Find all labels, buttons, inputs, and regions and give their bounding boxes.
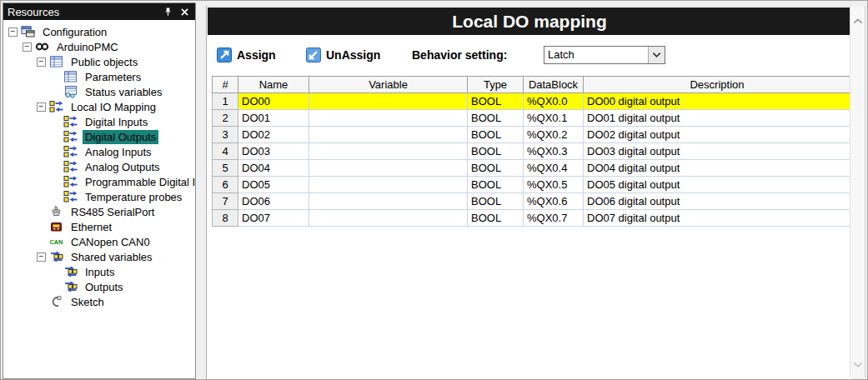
resources-tree: −Configuration−ArduinoPMC−Public objects… — [3, 21, 195, 378]
tree-item-programmable-digital-i-o[interactable]: Programmable Digital I/O — [3, 174, 195, 189]
tree-expander-icon[interactable]: − — [37, 102, 46, 112]
tree-item-status-variables[interactable]: Status variables — [3, 84, 195, 99]
cell-type[interactable]: BOOL — [468, 177, 524, 193]
cell-num[interactable]: 1 — [213, 93, 238, 110]
assign-button[interactable]: Assign — [217, 45, 276, 65]
close-icon[interactable] — [178, 6, 191, 18]
table-row[interactable]: 8DO07BOOL%QX0.7DO07 digital output — [213, 210, 851, 227]
behavior-setting-select[interactable]: Latch — [544, 46, 665, 64]
cell-variable[interactable] — [309, 93, 468, 110]
table-row[interactable]: 7DO06BOOL%QX0.6DO06 digital output — [213, 193, 851, 210]
cell-datablock[interactable]: %QX0.6 — [524, 193, 584, 210]
cell-datablock[interactable]: %QX0.1 — [524, 110, 584, 127]
tree-item-temperature-probes[interactable]: Temperature probes — [3, 189, 195, 204]
cell-type[interactable]: BOOL — [468, 143, 524, 160]
cell-variable[interactable] — [309, 210, 468, 227]
cell-num[interactable]: 5 — [213, 160, 238, 177]
tree-item-sketch[interactable]: Sketch — [3, 294, 195, 309]
column-header-type: Type — [468, 77, 524, 93]
cell-variable[interactable] — [309, 127, 468, 143]
cell-datablock[interactable]: %QX0.0 — [524, 93, 584, 110]
cell-name[interactable]: DO01 — [238, 110, 309, 127]
tree-item-shared-variables[interactable]: −Shared variables — [3, 249, 195, 264]
scroll-down-button[interactable] — [850, 356, 865, 372]
tree-item-canopen-can0[interactable]: CANCANopen CAN0 — [3, 234, 195, 249]
cell-datablock[interactable]: %QX0.2 — [524, 127, 584, 143]
cell-datablock[interactable]: %QX0.5 — [524, 177, 584, 193]
cell-variable[interactable] — [309, 143, 468, 160]
table-row[interactable]: 1DO00BOOL%QX0.0DO00 digital output — [213, 93, 851, 110]
table-row[interactable]: 5DO04BOOL%QX0.4DO04 digital output — [213, 160, 851, 177]
cell-type[interactable]: BOOL — [468, 110, 524, 127]
pin-icon[interactable] — [161, 6, 174, 18]
cell-datablock[interactable]: %QX0.4 — [524, 160, 584, 177]
tree-item-arduinopmc[interactable]: −ArduinoPMC — [3, 39, 195, 54]
tree-expander-icon[interactable]: − — [37, 252, 46, 262]
table-row[interactable]: 3DO02BOOL%QX0.2DO02 digital output — [213, 127, 851, 143]
tree-item-parameters[interactable]: Parameters — [3, 69, 195, 84]
cell-type[interactable]: BOOL — [468, 93, 524, 110]
cell-type[interactable]: BOOL — [468, 193, 524, 210]
cell-num[interactable]: 4 — [213, 143, 238, 160]
tree-item-digital-outputs[interactable]: Digital Outputs — [3, 129, 195, 144]
cell-description[interactable]: DO05 digital output — [584, 177, 851, 193]
tree-item-inputs[interactable]: Inputs — [3, 264, 195, 279]
shared-vars-icon — [63, 280, 79, 293]
cell-datablock[interactable]: %QX0.3 — [524, 143, 584, 160]
tree-item-analog-outputs[interactable]: Analog Outputs — [3, 159, 195, 174]
cell-name[interactable]: DO00 — [238, 93, 309, 110]
cell-datablock[interactable]: %QX0.7 — [524, 210, 584, 227]
table-row[interactable]: 6DO05BOOL%QX0.5DO05 digital output — [213, 177, 851, 193]
tree-expander-icon[interactable]: − — [23, 42, 32, 52]
cell-num[interactable]: 6 — [213, 177, 238, 193]
cell-description[interactable]: DO07 digital output — [584, 210, 851, 227]
cell-description[interactable]: DO02 digital output — [584, 127, 851, 143]
cell-description[interactable]: DO00 digital output — [584, 93, 851, 110]
cell-num[interactable]: 2 — [213, 110, 238, 127]
scroll-up-button[interactable] — [850, 12, 865, 29]
tree-item-ethernet[interactable]: Ethernet — [3, 219, 195, 234]
cell-type[interactable]: BOOL — [468, 160, 524, 177]
cell-name[interactable]: DO05 — [238, 177, 309, 193]
table-row[interactable]: 2DO01BOOL%QX0.1DO01 digital output — [213, 110, 851, 127]
table-row[interactable]: 4DO03BOOL%QX0.3DO03 digital output — [213, 143, 851, 160]
resources-titlebar[interactable]: Resources — [3, 3, 195, 20]
assign-button-label: Assign — [237, 48, 276, 62]
cell-name[interactable]: DO02 — [238, 127, 309, 143]
column-header-variable: Variable — [309, 77, 468, 93]
tree-item-configuration[interactable]: −Configuration — [3, 24, 195, 39]
cell-variable[interactable] — [309, 110, 468, 127]
tree-item-label: CANopen CAN0 — [68, 235, 153, 249]
tree-item-label: Digital Outputs — [83, 130, 158, 144]
cell-name[interactable]: DO07 — [238, 210, 309, 227]
cell-variable[interactable] — [309, 193, 468, 210]
cell-num[interactable]: 8 — [213, 210, 238, 227]
tree-item-rs485-serialport[interactable]: RS485 SerialPort — [3, 204, 195, 219]
chevron-down-icon[interactable] — [648, 47, 665, 63]
tree-item-local-io-mapping[interactable]: −Local IO Mapping — [3, 99, 195, 114]
cell-variable[interactable] — [309, 160, 468, 177]
cell-name[interactable]: DO04 — [238, 160, 309, 177]
cell-description[interactable]: DO06 digital output — [584, 193, 851, 210]
vertical-scrollbar[interactable] — [850, 6, 865, 378]
toolbar: Assign UnAssign Behavior setting: Latch — [207, 45, 853, 65]
cell-type[interactable]: BOOL — [468, 127, 524, 143]
tree-item-label: ArduinoPMC — [54, 40, 121, 54]
cell-num[interactable]: 3 — [213, 127, 238, 143]
cell-num[interactable]: 7 — [213, 193, 238, 210]
cell-name[interactable]: DO06 — [238, 193, 309, 210]
cell-variable[interactable] — [309, 177, 468, 193]
cell-description[interactable]: DO03 digital output — [584, 143, 851, 160]
tree-item-outputs[interactable]: Outputs — [3, 279, 195, 294]
tree-item-digital-inputs[interactable]: Digital Inputs — [3, 114, 195, 129]
resources-panel-title: Resources — [8, 6, 158, 18]
cell-description[interactable]: DO04 digital output — [584, 160, 851, 177]
unassign-button[interactable]: UnAssign — [306, 45, 380, 65]
tree-item-public-objects[interactable]: −Public objects — [3, 54, 195, 69]
cell-description[interactable]: DO01 digital output — [584, 110, 851, 127]
cell-name[interactable]: DO03 — [238, 143, 309, 160]
tree-expander-icon[interactable]: − — [8, 28, 18, 37]
tree-item-analog-inputs[interactable]: Analog Inputs — [3, 144, 195, 159]
cell-type[interactable]: BOOL — [468, 210, 524, 227]
tree-expander-icon[interactable]: − — [37, 58, 46, 67]
